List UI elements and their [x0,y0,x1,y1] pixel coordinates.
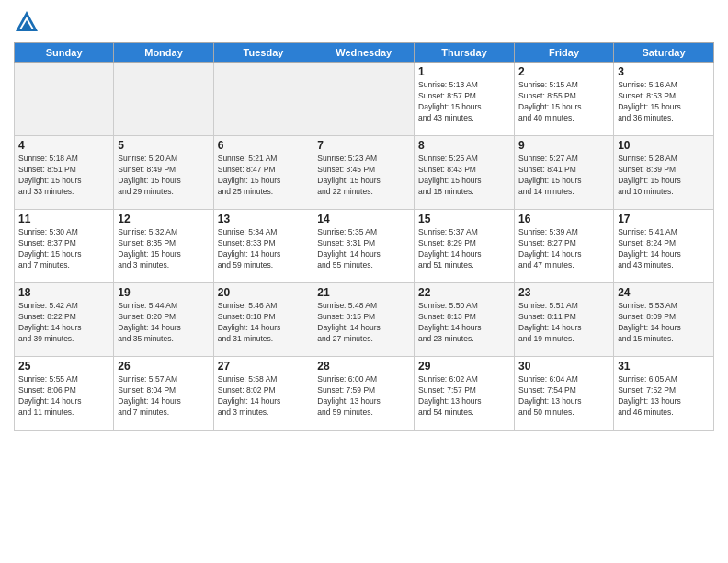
calendar-cell: 17Sunrise: 5:41 AM Sunset: 8:24 PM Dayli… [614,210,714,283]
calendar-cell: 20Sunrise: 5:46 AM Sunset: 8:18 PM Dayli… [213,283,313,357]
calendar-cell: 7Sunrise: 5:23 AM Sunset: 8:45 PM Daylig… [313,136,415,210]
day-info: Sunrise: 5:35 AM Sunset: 8:31 PM Dayligh… [317,227,410,271]
calendar-cell: 1Sunrise: 5:13 AM Sunset: 8:57 PM Daylig… [415,63,515,136]
day-number: 19 [118,286,209,299]
day-header-wednesday: Wednesday [313,43,415,63]
day-number: 10 [618,139,710,152]
day-info: Sunrise: 5:28 AM Sunset: 8:39 PM Dayligh… [618,154,710,198]
day-header-friday: Friday [515,43,614,63]
day-info: Sunrise: 6:00 AM Sunset: 7:59 PM Dayligh… [317,374,410,419]
day-info: Sunrise: 5:32 AM Sunset: 8:35 PM Dayligh… [118,227,209,271]
logo-icon [14,9,40,35]
calendar-body: 1Sunrise: 5:13 AM Sunset: 8:57 PM Daylig… [15,63,714,431]
day-number: 9 [518,139,609,152]
day-number: 15 [418,213,510,225]
calendar-cell: 30Sunrise: 6:04 AM Sunset: 7:54 PM Dayli… [515,357,614,431]
day-info: Sunrise: 5:25 AM Sunset: 8:43 PM Dayligh… [418,154,510,198]
logo [14,9,43,35]
day-info: Sunrise: 5:21 AM Sunset: 8:47 PM Dayligh… [218,154,310,198]
day-info: Sunrise: 5:13 AM Sunset: 8:57 PM Dayligh… [418,80,510,124]
calendar-cell: 19Sunrise: 5:44 AM Sunset: 8:20 PM Dayli… [114,283,213,357]
day-info: Sunrise: 5:37 AM Sunset: 8:29 PM Dayligh… [418,227,510,271]
day-info: Sunrise: 5:15 AM Sunset: 8:55 PM Dayligh… [518,80,609,124]
calendar-cell: 9Sunrise: 5:27 AM Sunset: 8:41 PM Daylig… [515,136,614,210]
day-info: Sunrise: 5:55 AM Sunset: 8:06 PM Dayligh… [18,374,109,419]
day-info: Sunrise: 5:18 AM Sunset: 8:51 PM Dayligh… [18,154,109,198]
day-number: 22 [418,286,510,299]
calendar-week-3: 11Sunrise: 5:30 AM Sunset: 8:37 PM Dayli… [15,210,714,283]
day-info: Sunrise: 5:34 AM Sunset: 8:33 PM Dayligh… [218,227,310,271]
calendar-cell: 28Sunrise: 6:00 AM Sunset: 7:59 PM Dayli… [313,357,415,431]
day-info: Sunrise: 5:58 AM Sunset: 8:02 PM Dayligh… [218,374,310,419]
day-info: Sunrise: 5:16 AM Sunset: 8:53 PM Dayligh… [618,80,710,124]
days-header-row: SundayMondayTuesdayWednesdayThursdayFrid… [15,43,714,63]
day-info: Sunrise: 6:04 AM Sunset: 7:54 PM Dayligh… [518,374,609,419]
calendar-week-1: 1Sunrise: 5:13 AM Sunset: 8:57 PM Daylig… [15,63,714,136]
day-info: Sunrise: 5:46 AM Sunset: 8:18 PM Dayligh… [218,301,310,345]
calendar-cell: 31Sunrise: 6:05 AM Sunset: 7:52 PM Dayli… [614,357,714,431]
day-number: 17 [618,213,710,225]
day-number: 31 [618,360,710,373]
calendar-cell: 6Sunrise: 5:21 AM Sunset: 8:47 PM Daylig… [213,136,313,210]
day-number: 5 [118,139,209,152]
calendar-cell: 11Sunrise: 5:30 AM Sunset: 8:37 PM Dayli… [15,210,114,283]
day-info: Sunrise: 5:41 AM Sunset: 8:24 PM Dayligh… [618,227,710,271]
calendar-cell: 29Sunrise: 6:02 AM Sunset: 7:57 PM Dayli… [415,357,515,431]
calendar-header: SundayMondayTuesdayWednesdayThursdayFrid… [15,43,714,63]
calendar-cell: 27Sunrise: 5:58 AM Sunset: 8:02 PM Dayli… [213,357,313,431]
calendar-cell [114,63,213,136]
day-info: Sunrise: 5:42 AM Sunset: 8:22 PM Dayligh… [18,301,109,345]
calendar-cell: 22Sunrise: 5:50 AM Sunset: 8:13 PM Dayli… [415,283,515,357]
day-number: 7 [317,139,410,152]
day-info: Sunrise: 5:23 AM Sunset: 8:45 PM Dayligh… [317,154,410,198]
day-number: 21 [317,286,410,299]
day-number: 6 [218,139,310,152]
day-header-tuesday: Tuesday [213,43,313,63]
day-info: Sunrise: 5:51 AM Sunset: 8:11 PM Dayligh… [518,301,609,345]
calendar-cell: 15Sunrise: 5:37 AM Sunset: 8:29 PM Dayli… [415,210,515,283]
day-info: Sunrise: 5:50 AM Sunset: 8:13 PM Dayligh… [418,301,510,345]
calendar-cell: 21Sunrise: 5:48 AM Sunset: 8:15 PM Dayli… [313,283,415,357]
calendar-cell: 23Sunrise: 5:51 AM Sunset: 8:11 PM Dayli… [515,283,614,357]
calendar-cell: 8Sunrise: 5:25 AM Sunset: 8:43 PM Daylig… [415,136,515,210]
day-number: 18 [18,286,109,299]
day-number: 4 [18,139,109,152]
calendar-cell: 2Sunrise: 5:15 AM Sunset: 8:55 PM Daylig… [515,63,614,136]
day-info: Sunrise: 6:02 AM Sunset: 7:57 PM Dayligh… [418,374,510,419]
calendar-cell: 13Sunrise: 5:34 AM Sunset: 8:33 PM Dayli… [213,210,313,283]
calendar-week-5: 25Sunrise: 5:55 AM Sunset: 8:06 PM Dayli… [15,357,714,431]
day-number: 16 [518,213,609,225]
day-number: 29 [418,360,510,373]
calendar-cell [15,63,114,136]
calendar-cell [213,63,313,136]
page: SundayMondayTuesdayWednesdayThursdayFrid… [0,0,728,563]
day-number: 28 [317,360,410,373]
calendar-cell: 25Sunrise: 5:55 AM Sunset: 8:06 PM Dayli… [15,357,114,431]
day-number: 2 [518,65,609,78]
day-info: Sunrise: 5:30 AM Sunset: 8:37 PM Dayligh… [18,227,109,271]
calendar-cell: 26Sunrise: 5:57 AM Sunset: 8:04 PM Dayli… [114,357,213,431]
calendar-cell: 16Sunrise: 5:39 AM Sunset: 8:27 PM Dayli… [515,210,614,283]
calendar-cell: 10Sunrise: 5:28 AM Sunset: 8:39 PM Dayli… [614,136,714,210]
calendar-cell: 5Sunrise: 5:20 AM Sunset: 8:49 PM Daylig… [114,136,213,210]
calendar: SundayMondayTuesdayWednesdayThursdayFrid… [14,42,714,431]
day-info: Sunrise: 5:20 AM Sunset: 8:49 PM Dayligh… [118,154,209,198]
day-info: Sunrise: 5:39 AM Sunset: 8:27 PM Dayligh… [518,227,609,271]
day-header-monday: Monday [114,43,213,63]
calendar-cell: 3Sunrise: 5:16 AM Sunset: 8:53 PM Daylig… [614,63,714,136]
day-info: Sunrise: 5:57 AM Sunset: 8:04 PM Dayligh… [118,374,209,419]
calendar-week-2: 4Sunrise: 5:18 AM Sunset: 8:51 PM Daylig… [15,136,714,210]
day-info: Sunrise: 6:05 AM Sunset: 7:52 PM Dayligh… [618,374,710,419]
header [14,9,714,35]
day-number: 11 [18,213,109,225]
day-header-saturday: Saturday [614,43,714,63]
day-number: 20 [218,286,310,299]
day-number: 13 [218,213,310,225]
day-number: 3 [618,65,710,78]
day-number: 12 [118,213,209,225]
calendar-cell: 18Sunrise: 5:42 AM Sunset: 8:22 PM Dayli… [15,283,114,357]
day-info: Sunrise: 5:48 AM Sunset: 8:15 PM Dayligh… [317,301,410,345]
day-info: Sunrise: 5:27 AM Sunset: 8:41 PM Dayligh… [518,154,609,198]
calendar-week-4: 18Sunrise: 5:42 AM Sunset: 8:22 PM Dayli… [15,283,714,357]
day-number: 25 [18,360,109,373]
